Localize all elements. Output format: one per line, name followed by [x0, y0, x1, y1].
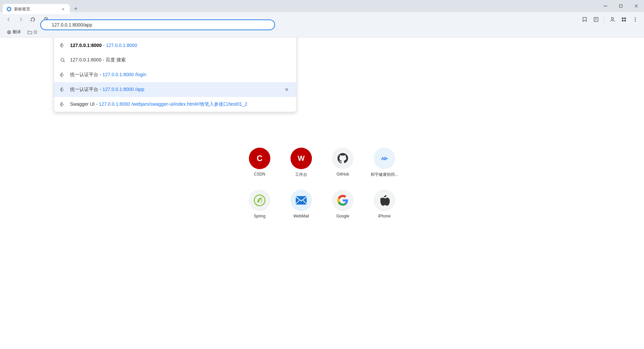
autocomplete-item-2[interactable]: 127.0.0.1:8000 - 127.0.0.1:8000 [54, 38, 296, 53]
profile-button[interactable] [608, 15, 617, 24]
health-icon: A8+ [374, 148, 395, 169]
shortcut-spring[interactable]: Spring [243, 187, 276, 221]
svg-rect-12 [622, 20, 624, 21]
address-input[interactable] [40, 19, 275, 30]
bookmark-folder-label: 公 [34, 29, 38, 35]
shortcut-google[interactable]: Google [326, 187, 360, 221]
autocomplete-item-3[interactable]: 127.0.0.1:8000 - 百度 搜索 [54, 53, 296, 67]
refresh-button[interactable] [28, 15, 38, 24]
autocomplete-text-5: 统一认证平台 - 127.0.0.1:8000 /app [70, 87, 279, 93]
maximize-button[interactable] [613, 0, 629, 12]
webmail-icon [290, 190, 312, 211]
svg-rect-20 [296, 196, 307, 204]
active-tab[interactable]: 新标签页 ✕ [3, 4, 70, 14]
shortcuts-grid: C CSDN W 工作台 GitHub [243, 145, 401, 221]
history-icon-6 [59, 101, 66, 108]
autocomplete-item-4[interactable]: 统一认证平台 - 127.0.0.1:8000 /login [54, 67, 296, 82]
svg-rect-11 [624, 17, 626, 19]
autocomplete-item-5[interactable]: 统一认证平台 - 127.0.0.1:8000 /app ✕ [54, 82, 296, 97]
svg-line-28 [63, 61, 65, 62]
history-icon-2 [59, 42, 66, 49]
reading-mode-button[interactable] [591, 15, 601, 24]
spring-icon [249, 190, 270, 211]
search-icon-3 [59, 57, 66, 63]
autocomplete-text-4: 统一认证平台 - 127.0.0.1:8000 /login [70, 72, 291, 78]
minimize-button[interactable] [598, 0, 613, 12]
bookmark-folder[interactable]: 公 [25, 28, 40, 36]
close-button[interactable] [629, 0, 644, 12]
shortcut-csdn[interactable]: C CSDN [243, 145, 276, 180]
bookmark-this-page-button[interactable] [580, 15, 589, 24]
more-options-button[interactable] [631, 15, 640, 24]
autocomplete-dropdown: 127.0.0.1:8000/app 127.0.0.1:8000 - 127.… [54, 38, 297, 112]
svg-point-14 [635, 17, 636, 18]
autocomplete-remove-button-5[interactable]: ✕ [283, 86, 291, 94]
tab-bar: 新标签页 ✕ + [3, 0, 641, 12]
svg-point-0 [8, 8, 10, 10]
shortcut-worktable-label: 工作台 [295, 172, 307, 178]
google-icon [332, 190, 354, 211]
shortcut-iphone[interactable]: iPhone [368, 187, 401, 221]
extensions-button[interactable] [619, 15, 629, 24]
autocomplete-text-6: Swagger UI - 127.0.0.1:8000 /webjars/swa… [70, 101, 291, 107]
svg-rect-13 [624, 20, 626, 21]
autocomplete-item-6[interactable]: Swagger UI - 127.0.0.1:8000 /webjars/swa… [54, 97, 296, 112]
shortcut-csdn-label: CSDN [254, 172, 265, 177]
svg-rect-1 [604, 6, 607, 6]
apple-icon [374, 190, 395, 211]
wps-icon: W [290, 148, 312, 169]
github-icon [332, 148, 354, 169]
tab-close-button[interactable]: ✕ [60, 6, 66, 12]
title-bar: 新标签页 ✕ + [0, 0, 644, 12]
svg-rect-2 [620, 5, 622, 7]
bookmark-translate[interactable]: 翻译 [4, 28, 23, 36]
svg-point-16 [635, 21, 636, 22]
shortcut-github-label: GitHub [336, 172, 349, 177]
shortcut-iphone-label: iPhone [378, 214, 390, 218]
autocomplete-text-3: 127.0.0.1:8000 - 百度 搜索 [70, 57, 291, 63]
svg-rect-10 [622, 17, 624, 19]
main-content: C CSDN W 工作台 GitHub [0, 38, 644, 349]
shortcut-worktable[interactable]: W 工作台 [284, 145, 318, 180]
history-icon-4 [59, 71, 66, 78]
shortcut-webmail-label: WebMail [293, 214, 309, 218]
svg-rect-6 [594, 17, 598, 21]
svg-point-15 [635, 19, 636, 20]
shortcut-webmail[interactable]: WebMail [284, 187, 318, 221]
nav-bar [0, 12, 644, 27]
forward-button[interactable] [16, 15, 25, 24]
autocomplete-text-2: 127.0.0.1:8000 - 127.0.0.1:8000 [70, 43, 291, 48]
shortcut-github[interactable]: GitHub [326, 145, 360, 180]
history-icon-5 [59, 86, 66, 93]
csdn-icon: C [249, 148, 270, 169]
tab-title: 新标签页 [14, 6, 58, 12]
new-tab-button[interactable]: + [71, 4, 80, 13]
toolbar-right [580, 15, 640, 24]
tab-favicon [7, 7, 11, 11]
shortcut-health[interactable]: A8+ 和宇健康协同... [368, 145, 401, 180]
browser-window: 新标签页 ✕ + [0, 0, 644, 349]
back-button[interactable] [4, 15, 13, 24]
bookmark-translate-label: 翻译 [13, 29, 21, 35]
shortcut-spring-label: Spring [254, 214, 266, 218]
shortcut-health-label: 和宇健康协同... [371, 172, 398, 178]
toolbar-separator [604, 16, 604, 23]
shortcut-google-label: Google [336, 214, 350, 218]
svg-point-9 [611, 17, 613, 19]
